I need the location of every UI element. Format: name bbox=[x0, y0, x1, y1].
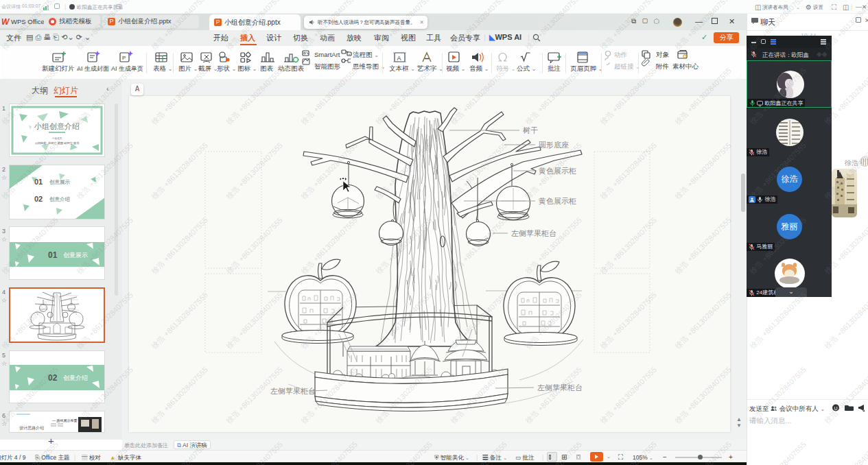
svg-text:左侧苹果柜台: 左侧苹果柜台 bbox=[511, 229, 556, 237]
svg-text:圆形底座: 圆形底座 bbox=[539, 141, 569, 149]
svg-text:小组创意介绍: 小组创意介绍 bbox=[34, 122, 80, 130]
svg-text:创意展示: 创意展示 bbox=[49, 179, 71, 185]
svg-text:树干: 树干 bbox=[523, 126, 538, 134]
svg-text:01: 01 bbox=[34, 178, 43, 186]
svg-text:— 路线展示布置 —: — 路线展示布置 — bbox=[52, 418, 82, 422]
svg-text:左侧苹果柜台: 左侧苹果柜台 bbox=[537, 383, 583, 392]
svg-text:U: U bbox=[834, 406, 838, 411]
svg-text:创意介绍: 创意介绍 bbox=[49, 196, 70, 202]
svg-text:黄色展示柜: 黄色展示柜 bbox=[539, 197, 576, 205]
svg-text:设计思路介绍: 设计思路介绍 bbox=[19, 425, 44, 431]
svg-text:01: 01 bbox=[48, 250, 58, 260]
svg-text:P: P bbox=[122, 55, 126, 61]
svg-text:左侧苹果柜台: 左侧苹果柜台 bbox=[270, 387, 316, 395]
svg-text:02: 02 bbox=[34, 195, 43, 203]
svg-text:02: 02 bbox=[48, 373, 58, 383]
svg-text:小组成员: 小组成员 bbox=[51, 136, 62, 140]
svg-text:创意介绍: 创意介绍 bbox=[63, 374, 88, 381]
svg-text:创意展示: 创意展示 bbox=[63, 252, 88, 259]
svg-text:黄色展示柜: 黄色展示柜 bbox=[539, 167, 576, 175]
svg-text:A: A bbox=[397, 55, 401, 62]
